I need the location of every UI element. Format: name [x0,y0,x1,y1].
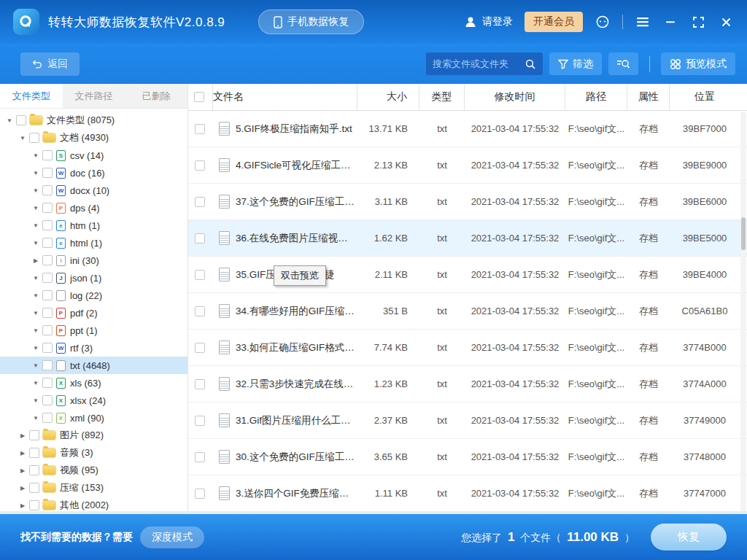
maximize-button[interactable] [690,14,706,30]
expand-arrow-icon[interactable]: ▶ [31,257,41,264]
recover-button[interactable]: 恢复 [651,524,727,551]
tree-checkbox[interactable] [42,150,53,160]
row-checkbox[interactable] [195,452,205,462]
tree-checkbox[interactable] [42,395,53,405]
tree-checkbox[interactable] [42,343,53,353]
tree-item-log[interactable]: ▼log (22) [0,287,187,304]
tree-item-文档[interactable]: ▼文档 (4930) [0,129,187,147]
collapse-arrow-icon[interactable]: ▼ [31,380,41,386]
tree-checkbox[interactable] [42,168,53,178]
expand-arrow-icon[interactable]: ▶ [18,502,28,509]
back-button[interactable]: 返回 [20,52,80,76]
tree-checkbox[interactable] [42,238,53,248]
tree-item-xml[interactable]: ▼Xxml (90) [0,409,187,427]
tree-item-文件类型[interactable]: ▼文件类型 (8075) [0,112,187,129]
collapse-arrow-icon[interactable]: ▼ [18,135,28,141]
tree-item-ini[interactable]: ▶iini (30) [0,252,187,269]
collapse-arrow-icon[interactable]: ▼ [31,152,41,159]
phone-recovery-button[interactable]: 手机数据恢复 [258,9,364,34]
tree-checkbox[interactable] [29,465,39,475]
table-row[interactable]: 37.这个免费的GIF压缩工具秒...3.11 KBtxt2021-03-04 … [188,184,747,220]
row-checkbox[interactable] [195,233,205,244]
advanced-search-button[interactable] [608,52,638,75]
tree-item-html[interactable]: ▼ehtml (1) [0,234,187,252]
column-header-pos[interactable]: 位置 [670,84,740,110]
column-header-path[interactable]: 路径 [565,84,627,110]
tree-checkbox[interactable] [42,378,53,388]
tree-checkbox[interactable] [29,133,39,143]
collapse-arrow-icon[interactable]: ▼ [31,310,41,316]
select-all-checkbox[interactable] [194,92,204,102]
collapse-arrow-icon[interactable]: ▼ [31,187,41,194]
search-icon[interactable] [525,58,536,70]
tree-checkbox[interactable] [29,448,39,458]
scrollbar-thumb[interactable] [741,217,746,250]
tree-item-rtf[interactable]: ▼Wrtf (3) [0,339,187,357]
collapse-arrow-icon[interactable]: ▼ [31,222,41,229]
row-checkbox[interactable] [195,160,205,171]
tree-checkbox[interactable] [29,500,39,510]
tree-checkbox[interactable] [42,220,53,230]
tree-checkbox[interactable] [42,185,53,195]
sidebar-tab[interactable]: 已删除 [125,84,187,108]
column-header-mtime[interactable]: 修改时间 [465,84,565,110]
column-header-name[interactable]: 文件名 [213,84,357,110]
tree-item-docx[interactable]: ▼Wdocx (10) [0,182,187,199]
tree-checkbox[interactable] [29,483,39,493]
tree-item-doc[interactable]: ▼Wdoc (16) [0,164,187,182]
tree-item-pdf[interactable]: ▼Ppdf (2) [0,304,187,322]
column-header-size[interactable]: 大小 [357,84,419,110]
row-checkbox[interactable] [195,379,205,389]
close-button[interactable] [718,14,734,30]
tree-checkbox[interactable] [42,308,53,318]
table-scrollbar[interactable] [740,112,746,513]
collapse-arrow-icon[interactable]: ▼ [31,205,41,211]
sidebar-tab[interactable]: 文件类型 [0,84,63,108]
table-row[interactable]: 30.这个免费的GIF压缩工具秒...3.65 KBtxt2021-03-04 … [188,439,747,475]
tree-checkbox[interactable] [29,430,39,440]
filter-button[interactable]: 筛选 [549,52,602,75]
row-checkbox[interactable] [195,306,205,316]
tree-checkbox[interactable] [16,115,26,125]
collapse-arrow-icon[interactable]: ▼ [31,327,41,334]
table-row[interactable]: 34.有哪些好用的GIF压缩软件...351 Btxt2021-03-04 17… [188,293,747,330]
tree-item-图片[interactable]: ▶图片 (892) [0,427,187,444]
collapse-arrow-icon[interactable]: ▼ [31,362,41,369]
row-checkbox[interactable] [195,270,205,280]
row-checkbox[interactable] [195,124,205,134]
collapse-arrow-icon[interactable]: ▼ [31,292,41,299]
tree-item-txt[interactable]: ▼txt (4648) [0,357,187,374]
column-header-attr[interactable]: 属性 [627,84,670,110]
collapse-arrow-icon[interactable]: ▼ [31,345,41,351]
collapse-arrow-icon[interactable]: ▼ [31,170,41,176]
tree-item-dps[interactable]: ▼Pdps (4) [0,199,187,217]
search-input[interactable] [433,58,525,69]
table-row[interactable]: 36.在线免费图片压缩视频转GI...1.62 KBtxt2021-03-04 … [188,220,747,257]
sidebar-tab[interactable]: 文件路径 [63,84,125,108]
tree-checkbox[interactable] [42,413,53,423]
tree-checkbox[interactable] [42,255,53,265]
table-row[interactable]: 3.送你四个GIF免费压缩工具帮...1.11 KBtxt2021-03-04 … [188,475,747,512]
row-checkbox[interactable] [195,416,205,426]
expand-arrow-icon[interactable]: ▶ [18,450,28,456]
row-checkbox[interactable] [195,489,205,499]
table-row[interactable]: 5.GIF终极压缩指南知乎.txt13.71 KBtxt2021-03-04 1… [188,111,747,147]
menu-button[interactable] [635,14,651,30]
table-row[interactable]: 4.GIFSicle可视化压缩工具可...2.13 KBtxt2021-03-0… [188,147,747,184]
tree-item-音频[interactable]: ▶音频 (3) [0,444,187,462]
expand-arrow-icon[interactable]: ▶ [18,485,28,491]
collapse-arrow-icon[interactable]: ▼ [31,240,41,246]
row-checkbox[interactable] [195,343,205,353]
support-button[interactable] [595,14,611,30]
tree-item-ppt[interactable]: ▼Pppt (1) [0,322,187,339]
tree-item-压缩[interactable]: ▶压缩 (153) [0,479,187,497]
row-checkbox[interactable] [195,197,205,207]
table-row[interactable]: 33.如何正确压缩GIF格式文件...7.74 KBtxt2021-03-04 … [188,330,747,366]
tree-item-csv[interactable]: ▼Scsv (14) [0,147,187,164]
tree-item-xlsx[interactable]: ▼Xxlsx (24) [0,392,187,409]
tree-checkbox[interactable] [42,203,53,213]
login-button[interactable]: 请登录 [464,15,513,28]
tree-checkbox[interactable] [42,325,53,335]
column-header-type[interactable]: 类型 [419,84,465,110]
table-row[interactable]: 32.只需3步快速完成在线GIF...1.23 KBtxt2021-03-04 … [188,366,747,402]
